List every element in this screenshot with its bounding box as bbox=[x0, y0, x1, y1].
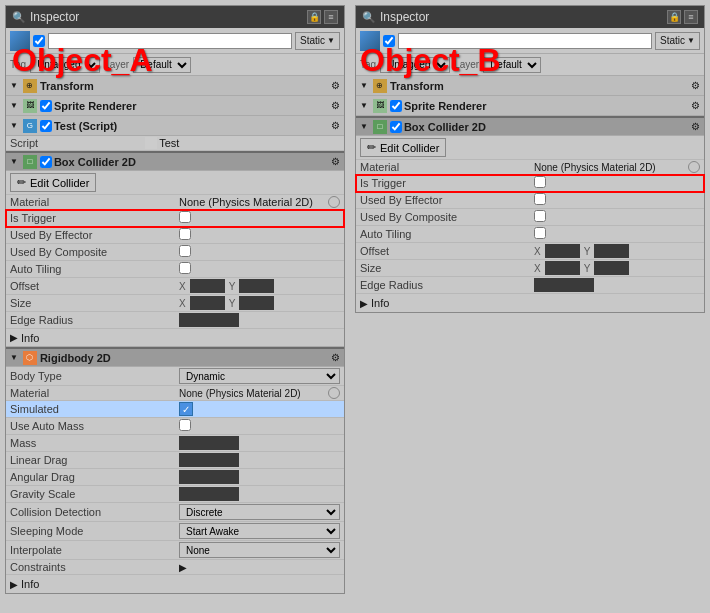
left-collider-checkbox[interactable] bbox=[40, 156, 52, 168]
right-tag-select[interactable]: Untagged bbox=[380, 57, 450, 73]
right-is-trigger-checkbox[interactable] bbox=[534, 176, 546, 188]
left-script-toggle[interactable]: ▼ bbox=[10, 121, 18, 130]
right-collider-toggle[interactable]: ▼ bbox=[360, 122, 368, 131]
rb-body-type-select[interactable]: Dynamic bbox=[179, 368, 340, 384]
right-transform-gear[interactable]: ⚙ bbox=[691, 80, 700, 91]
rb-interpolate-select[interactable]: None bbox=[179, 542, 340, 558]
right-collider-info-toggle[interactable]: ▶ bbox=[360, 298, 368, 309]
rb-angular-drag-input[interactable]: 0.05 bbox=[179, 470, 239, 484]
right-edit-collider-btn[interactable]: ✏ Edit Collider bbox=[360, 138, 446, 157]
right-composite-label: Used By Composite bbox=[356, 209, 530, 226]
rb-linear-drag-input[interactable]: 0 bbox=[179, 453, 239, 467]
left-layer-select[interactable]: Default bbox=[133, 57, 191, 73]
right-collider-checkbox[interactable] bbox=[390, 121, 402, 133]
right-transform-toggle[interactable]: ▼ bbox=[360, 81, 368, 90]
rb-linear-drag-label: Linear Drag bbox=[6, 452, 175, 469]
left-collider-toggle[interactable]: ▼ bbox=[10, 157, 18, 166]
left-object-icon bbox=[10, 31, 30, 51]
left-sprite-title: Sprite Renderer bbox=[54, 100, 137, 112]
rb-simulated-check[interactable]: ✓ bbox=[179, 402, 193, 416]
left-rb-info-label: Info bbox=[21, 578, 39, 590]
rb-collision-select[interactable]: Discrete bbox=[179, 504, 340, 520]
left-edit-collider-btn[interactable]: ✏ Edit Collider bbox=[10, 173, 96, 192]
right-lock-icon[interactable]: 🔒 bbox=[667, 10, 681, 24]
left-active-checkbox[interactable] bbox=[33, 35, 45, 47]
right-size-value: X 0.16 Y 0.16 bbox=[530, 260, 704, 277]
left-inspector-panel: 🔍 Inspector 🔒 ≡ TestObject_A Static ▼ Ta… bbox=[5, 5, 345, 594]
right-effector-checkbox[interactable] bbox=[534, 193, 546, 205]
rb-material-label: Material bbox=[6, 386, 175, 401]
left-test-script-header: ▼ G Test (Script) ⚙ bbox=[6, 116, 344, 136]
rb-sleeping-select[interactable]: Start Awake bbox=[179, 523, 340, 539]
left-transform-title: Transform bbox=[40, 80, 94, 92]
right-size-y-input[interactable]: 0.16 bbox=[594, 261, 629, 275]
right-layer-select[interactable]: Default bbox=[483, 57, 541, 73]
left-rigidbody-toggle[interactable]: ▼ bbox=[10, 353, 18, 362]
rb-constraints-toggle[interactable]: ▶ bbox=[179, 562, 187, 573]
left-rb-info-toggle[interactable]: ▶ bbox=[10, 579, 18, 590]
rb-body-type-label: Body Type bbox=[6, 367, 175, 386]
left-collider-gear[interactable]: ⚙ bbox=[331, 156, 340, 167]
right-inspector-icon: 🔍 bbox=[362, 11, 376, 24]
right-composite-checkbox[interactable] bbox=[534, 210, 546, 222]
left-static-btn[interactable]: Static ▼ bbox=[295, 32, 340, 50]
right-edge-radius-value: 0 bbox=[530, 277, 704, 294]
right-menu-icon[interactable]: ≡ bbox=[684, 10, 698, 24]
left-is-trigger-checkbox[interactable] bbox=[179, 211, 191, 223]
left-material-circle[interactable] bbox=[328, 196, 340, 208]
left-size-y-input[interactable]: 0.16 bbox=[239, 296, 274, 310]
left-static-arrow: ▼ bbox=[327, 36, 335, 45]
left-sprite-checkbox[interactable] bbox=[40, 100, 52, 112]
left-transform-toggle[interactable]: ▼ bbox=[10, 81, 18, 90]
right-sprite-checkbox[interactable] bbox=[390, 100, 402, 112]
right-edge-radius-input[interactable]: 0 bbox=[534, 278, 594, 292]
left-collider-props: Material None (Physics Material 2D) Is T… bbox=[6, 195, 344, 329]
right-object-name-input[interactable]: TestObject_B bbox=[398, 33, 652, 49]
left-offset-y-input[interactable]: 0 bbox=[239, 279, 274, 293]
right-offset-y-input[interactable]: 0 bbox=[594, 244, 629, 258]
left-rigidbody-gear[interactable]: ⚙ bbox=[331, 352, 340, 363]
rb-auto-mass-checkbox[interactable] bbox=[179, 419, 191, 431]
left-offset-x-input[interactable]: 0 bbox=[190, 279, 225, 293]
right-sprite-gear[interactable]: ⚙ bbox=[691, 100, 700, 111]
left-tag-select[interactable]: Untagged bbox=[30, 57, 100, 73]
left-composite-checkbox[interactable] bbox=[179, 245, 191, 257]
left-offset-y-label: Y bbox=[229, 281, 236, 292]
right-sprite-toggle[interactable]: ▼ bbox=[360, 101, 368, 110]
left-object-name-input[interactable]: TestObject_A bbox=[48, 33, 292, 49]
rb-sleeping-label: Sleeping Mode bbox=[6, 522, 175, 541]
left-edge-radius-input[interactable]: 0 bbox=[179, 313, 239, 327]
rb-auto-mass-value bbox=[175, 418, 344, 435]
left-autotiling-checkbox[interactable] bbox=[179, 262, 191, 274]
left-script-gear[interactable]: ⚙ bbox=[331, 120, 340, 131]
right-sprite-renderer-header: ▼ 🖼 Sprite Renderer ⚙ bbox=[356, 96, 704, 116]
rb-gravity-scale-label: Gravity Scale bbox=[6, 486, 175, 503]
right-collider-gear[interactable]: ⚙ bbox=[691, 121, 700, 132]
rb-angular-drag-label: Angular Drag bbox=[6, 469, 175, 486]
left-collider-info-label: Info bbox=[21, 332, 39, 344]
menu-icon[interactable]: ≡ bbox=[324, 10, 338, 24]
rb-material-circle[interactable] bbox=[328, 387, 340, 399]
right-offset-x-input[interactable]: 0 bbox=[545, 244, 580, 258]
right-size-x-input[interactable]: 0.16 bbox=[545, 261, 580, 275]
left-collider-info-toggle[interactable]: ▶ bbox=[10, 332, 18, 343]
left-edge-radius-value: 0 bbox=[175, 312, 344, 329]
right-static-btn[interactable]: Static ▼ bbox=[655, 32, 700, 50]
left-transform-gear[interactable]: ⚙ bbox=[331, 80, 340, 91]
rb-auto-mass-label: Use Auto Mass bbox=[6, 418, 175, 435]
left-sprite-gear[interactable]: ⚙ bbox=[331, 100, 340, 111]
left-effector-checkbox[interactable] bbox=[179, 228, 191, 240]
left-sprite-toggle[interactable]: ▼ bbox=[10, 101, 18, 110]
rb-mass-value: 1 bbox=[175, 435, 344, 452]
left-size-x-input[interactable]: 0.16 bbox=[190, 296, 225, 310]
right-active-checkbox[interactable] bbox=[383, 35, 395, 47]
right-material-circle[interactable] bbox=[688, 161, 700, 173]
rb-mass-input[interactable]: 1 bbox=[179, 436, 239, 450]
rb-gravity-scale-input[interactable]: 0 bbox=[179, 487, 239, 501]
right-autotiling-checkbox[interactable] bbox=[534, 227, 546, 239]
left-script-checkbox[interactable] bbox=[40, 120, 52, 132]
left-composite-label: Used By Composite bbox=[6, 244, 175, 261]
rb-linear-drag-value: 0 bbox=[175, 452, 344, 469]
right-edge-radius-label: Edge Radius bbox=[356, 277, 530, 294]
lock-icon[interactable]: 🔒 bbox=[307, 10, 321, 24]
